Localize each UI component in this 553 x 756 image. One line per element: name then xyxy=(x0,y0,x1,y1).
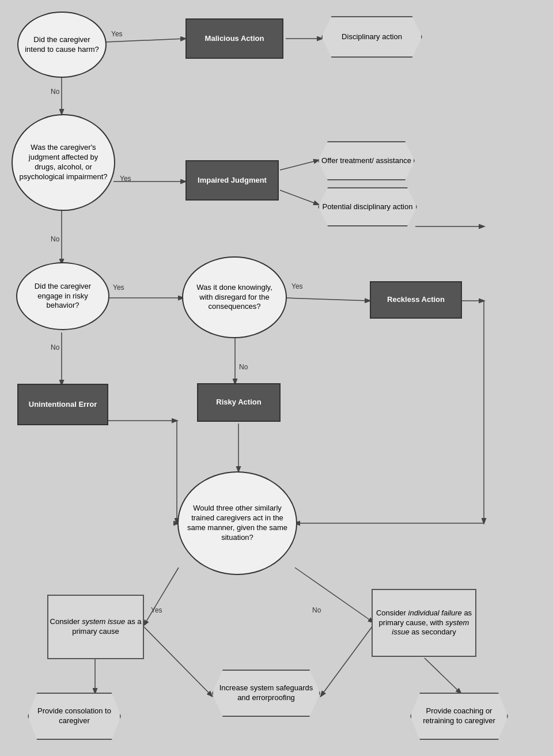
coaching-node: Provide coaching or retraining to caregi… xyxy=(410,693,508,740)
consider-system-node: Consider system issue as a primary cause xyxy=(47,595,144,659)
unintentional-error-node: Unintentional Error xyxy=(17,384,108,425)
label-no-4: No xyxy=(239,363,248,371)
svg-line-6 xyxy=(280,190,319,205)
disciplinary-action-node: Disciplinary action xyxy=(321,16,422,58)
question-5: Would three other similarly trained care… xyxy=(177,471,297,575)
label-yes-2: Yes xyxy=(120,175,131,183)
label-yes-4: Yes xyxy=(291,282,303,290)
label-yes-1: Yes xyxy=(111,30,123,38)
question-3: Did the caregiver engage in risky behavi… xyxy=(16,262,109,330)
label-yes-5: Yes xyxy=(151,606,162,614)
consolation-node: Provide consolation to caregiver xyxy=(28,693,121,740)
question-4: Was it done knowingly, with disregard fo… xyxy=(182,256,287,338)
label-no-5: No xyxy=(312,606,321,614)
consider-individual-node: Consider individual failure as primary c… xyxy=(372,589,476,657)
label-no-1: No xyxy=(51,88,59,96)
reckless-action-node: Reckless Action xyxy=(370,281,462,319)
label-no-2: No xyxy=(51,235,59,243)
question-1: Did the caregiver intend to cause harm? xyxy=(17,12,107,78)
offer-treatment-node: Offer treatment/ assistance xyxy=(318,141,415,180)
malicious-action-node: Malicious Action xyxy=(185,18,283,59)
svg-line-9 xyxy=(286,298,370,301)
label-no-3: No xyxy=(51,343,59,351)
increase-safeguards-node: Increase system safeguards and errorproo… xyxy=(212,670,320,717)
svg-line-24 xyxy=(425,658,461,693)
svg-line-1 xyxy=(105,39,185,42)
svg-line-25 xyxy=(321,623,374,696)
label-yes-3: Yes xyxy=(113,284,124,292)
svg-line-23 xyxy=(144,627,212,696)
risky-action-node: Risky Action xyxy=(197,383,281,422)
potential-disciplinary-node: Potential disciplinary action xyxy=(318,187,417,226)
svg-line-5 xyxy=(280,160,319,170)
question-2: Was the caregiver's judgment affected by… xyxy=(12,114,115,211)
impaired-judgment-node: Impaired Judgment xyxy=(185,160,279,201)
flowchart-diagram: Did the caregiver intend to cause harm? … xyxy=(0,0,553,756)
svg-line-21 xyxy=(295,568,373,622)
svg-line-20 xyxy=(144,568,179,625)
